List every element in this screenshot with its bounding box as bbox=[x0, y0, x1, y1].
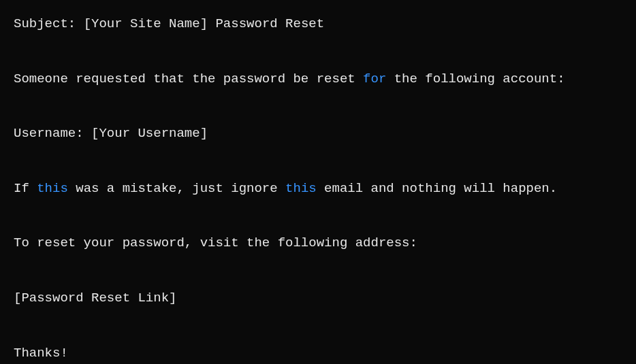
site-name-placeholder: [Your Site Name] bbox=[84, 16, 208, 31]
keyword-this: this bbox=[37, 181, 68, 196]
username-line: Username: [Your Username] bbox=[14, 125, 622, 143]
body-text: email and nothing will happen. bbox=[317, 181, 557, 196]
mistake-line: If this was a mistake, just ignore this … bbox=[14, 180, 622, 198]
body-text: the following account: bbox=[386, 71, 565, 86]
body-text: was a mistake, just ignore bbox=[68, 181, 285, 196]
body-request-line: Someone requested that the password be r… bbox=[14, 70, 622, 88]
body-text: To reset your password, visit the follow… bbox=[14, 235, 417, 250]
body-text: If bbox=[14, 181, 37, 196]
subject-text: Password Reset bbox=[208, 16, 324, 31]
reset-link-line: [Password Reset Link] bbox=[14, 289, 622, 308]
body-text: Thanks! bbox=[14, 346, 68, 361]
username-label: Username: bbox=[14, 126, 91, 141]
reset-instruction-line: To reset your password, visit the follow… bbox=[14, 234, 622, 252]
keyword-for: for bbox=[363, 71, 386, 86]
keyword-this: this bbox=[285, 181, 317, 196]
body-text: Someone requested that the password be r… bbox=[14, 71, 363, 86]
subject-line: Subject: [Your Site Name] Password Reset bbox=[14, 15, 622, 33]
thanks-line: Thanks! bbox=[14, 344, 622, 363]
reset-link-placeholder: [Password Reset Link] bbox=[14, 291, 176, 305]
subject-label: Subject: bbox=[14, 16, 84, 31]
username-placeholder: [Your Username] bbox=[91, 126, 208, 141]
